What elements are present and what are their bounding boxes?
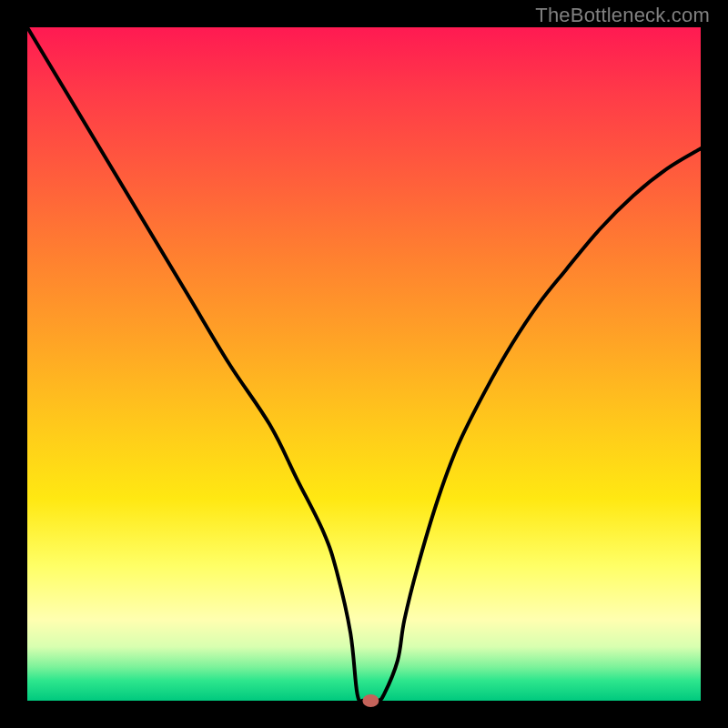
bottleneck-marker — [362, 694, 379, 707]
watermark-text: TheBottleneck.com — [535, 4, 710, 27]
chart-frame: TheBottleneck.com — [0, 0, 728, 728]
chart-svg — [27, 27, 701, 701]
plot-area — [27, 27, 701, 701]
bottleneck-curve — [27, 27, 701, 702]
